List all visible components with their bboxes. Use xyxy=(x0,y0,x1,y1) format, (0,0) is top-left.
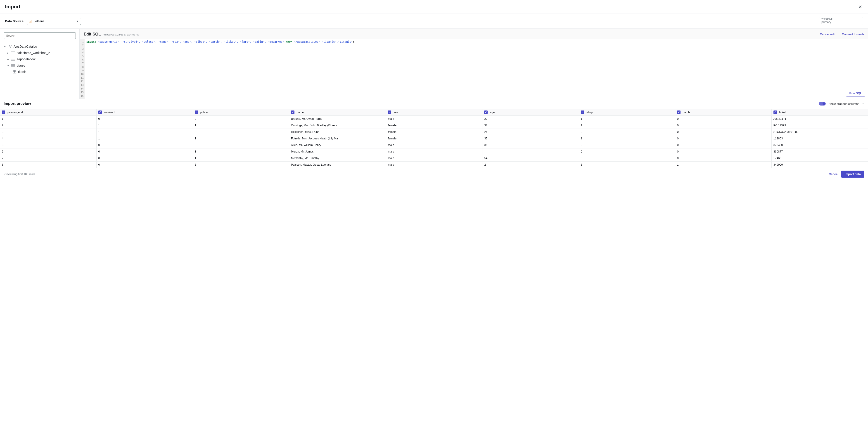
collapse-icon[interactable]: ⌃ xyxy=(862,102,864,105)
column-checkbox-age[interactable]: ✓ xyxy=(484,110,488,114)
sql-editor[interactable]: 12345678910111213141516 SELECT "passenge… xyxy=(80,39,868,99)
cell-parch: 1 xyxy=(675,162,771,168)
column-header-survived: ✓survived xyxy=(96,109,193,116)
cell-age: 2 xyxy=(483,162,579,168)
cell-age: 35 xyxy=(483,135,579,142)
cell-sex: male xyxy=(386,142,483,148)
cell-survived: 1 xyxy=(96,129,193,135)
search-input[interactable] xyxy=(4,32,76,39)
table-row: 313Heikkinen, Miss. Lainafemale2600STON/… xyxy=(0,129,868,135)
column-checkbox-ticket[interactable]: ✓ xyxy=(773,110,777,114)
cell-name: Heikkinen, Miss. Laina xyxy=(289,129,386,135)
cell-ticket: PC 17599 xyxy=(771,122,868,129)
cell-name: Moran, Mr. James xyxy=(289,148,386,155)
cell-passengerid: 2 xyxy=(0,122,96,129)
cell-passengerid: 4 xyxy=(0,135,96,142)
show-dropped-toggle[interactable] xyxy=(819,102,826,105)
table-row: 803Palsson, Master. Gosta Leonardmale231… xyxy=(0,162,868,168)
datasource-selected: Athena xyxy=(35,20,44,23)
column-checkbox-pclass[interactable]: ✓ xyxy=(195,110,198,114)
cell-pclass: 3 xyxy=(193,148,289,155)
preview-table-wrap[interactable]: ✓passengerid✓survived✓pclass✓name✓sex✓ag… xyxy=(0,109,868,168)
cell-pclass: 3 xyxy=(193,116,289,122)
cell-age: 38 xyxy=(483,122,579,129)
close-icon[interactable]: ✕ xyxy=(857,3,863,10)
svg-rect-2 xyxy=(32,20,32,23)
tree-db-label: sapodataflow xyxy=(17,57,35,61)
cancel-button[interactable]: Cancel xyxy=(829,172,839,176)
cell-sex: female xyxy=(386,129,483,135)
svg-rect-5 xyxy=(9,47,10,48)
cell-sibsp: 1 xyxy=(579,135,675,142)
column-checkbox-passengerid[interactable]: ✓ xyxy=(2,110,5,114)
cell-age: 26 xyxy=(483,129,579,135)
import-data-button[interactable]: Import data xyxy=(841,171,864,178)
table-row: 103Braund, Mr. Owen Harrismale2210A/5 21… xyxy=(0,116,868,122)
column-label: name xyxy=(297,111,304,114)
tree-db-titanic[interactable]: ▾ titanic xyxy=(4,62,76,69)
table-row: 701McCarthy, Mr. Timothy Jmale540017463 xyxy=(0,155,868,162)
table-icon xyxy=(13,70,16,73)
cell-pclass: 3 xyxy=(193,142,289,148)
tree-db-sapodataflow[interactable]: ▸ sapodataflow xyxy=(4,56,76,62)
column-checkbox-survived[interactable]: ✓ xyxy=(98,110,102,114)
svg-rect-3 xyxy=(8,45,9,46)
column-label: sibsp xyxy=(586,111,593,114)
cell-passengerid: 8 xyxy=(0,162,96,168)
caret-down-icon: ▾ xyxy=(7,64,9,67)
column-label: ticket xyxy=(779,111,786,114)
column-checkbox-sibsp[interactable]: ✓ xyxy=(581,110,584,114)
run-sql-button[interactable]: Run SQL xyxy=(846,90,865,97)
cell-sibsp: 0 xyxy=(579,155,675,162)
tree-table-label: titanic xyxy=(18,70,27,74)
column-checkbox-sex[interactable]: ✓ xyxy=(388,110,391,114)
workgroup-input[interactable] xyxy=(822,20,861,24)
import-preview-title: Import preview xyxy=(4,101,31,106)
sql-code[interactable]: SELECT "passengerid", "survived", "pclas… xyxy=(85,39,868,99)
column-header-name: ✓name xyxy=(289,109,386,116)
cancel-edit-button[interactable]: Cancel edit xyxy=(820,33,835,36)
tree-table-titanic[interactable]: titanic xyxy=(4,69,76,75)
tree-db-salesforce[interactable]: ▸ salesforce_workshop_2 xyxy=(4,50,76,56)
chevron-down-icon: ▼ xyxy=(76,20,79,23)
cell-name: Palsson, Master. Gosta Leonard xyxy=(289,162,386,168)
table-row: 503Allen, Mr. William Henrymale350037345… xyxy=(0,142,868,148)
column-header-parch: ✓parch xyxy=(675,109,771,116)
cell-ticket: 373450 xyxy=(771,142,868,148)
datasource-select[interactable]: Athena ▼ xyxy=(27,18,81,25)
cell-passengerid: 1 xyxy=(0,116,96,122)
column-header-age: ✓age xyxy=(483,109,579,116)
caret-right-icon: ▸ xyxy=(7,52,9,55)
cell-sex: female xyxy=(386,122,483,129)
svg-rect-4 xyxy=(10,45,11,46)
cell-name: Braund, Mr. Owen Harris xyxy=(289,116,386,122)
cell-name: McCarthy, Mr. Timothy J xyxy=(289,155,386,162)
catalog-icon xyxy=(8,45,12,48)
tree-db-label: titanic xyxy=(17,64,25,67)
cell-parch: 0 xyxy=(675,129,771,135)
cell-ticket: 330877 xyxy=(771,148,868,155)
caret-down-icon: ▾ xyxy=(4,45,6,48)
cell-age: 35 xyxy=(483,142,579,148)
cell-parch: 0 xyxy=(675,155,771,162)
column-checkbox-parch[interactable]: ✓ xyxy=(677,110,681,114)
table-row: 411Futrelle, Mrs. Jacques Heath (Lily Ma… xyxy=(0,135,868,142)
cell-pclass: 3 xyxy=(193,162,289,168)
column-label: passengerid xyxy=(7,111,23,114)
cell-sibsp: 1 xyxy=(579,122,675,129)
cell-sibsp: 1 xyxy=(579,116,675,122)
cell-ticket: STON/O2. 3101282 xyxy=(771,129,868,135)
column-label: pclass xyxy=(200,111,208,114)
tree-catalog[interactable]: ▾ AwsDataCatalog xyxy=(4,43,76,50)
svg-rect-1 xyxy=(31,21,31,23)
athena-icon xyxy=(29,19,33,23)
cell-ticket: 113803 xyxy=(771,135,868,142)
column-label: age xyxy=(490,111,495,114)
column-label: parch xyxy=(683,111,690,114)
cell-ticket: 17463 xyxy=(771,155,868,162)
column-checkbox-name[interactable]: ✓ xyxy=(291,110,294,114)
convert-node-button[interactable]: Convert to node xyxy=(842,33,864,36)
cell-sibsp: 0 xyxy=(579,142,675,148)
workgroup-field[interactable]: Workgroup xyxy=(819,17,863,25)
cell-ticket: 349909 xyxy=(771,162,868,168)
